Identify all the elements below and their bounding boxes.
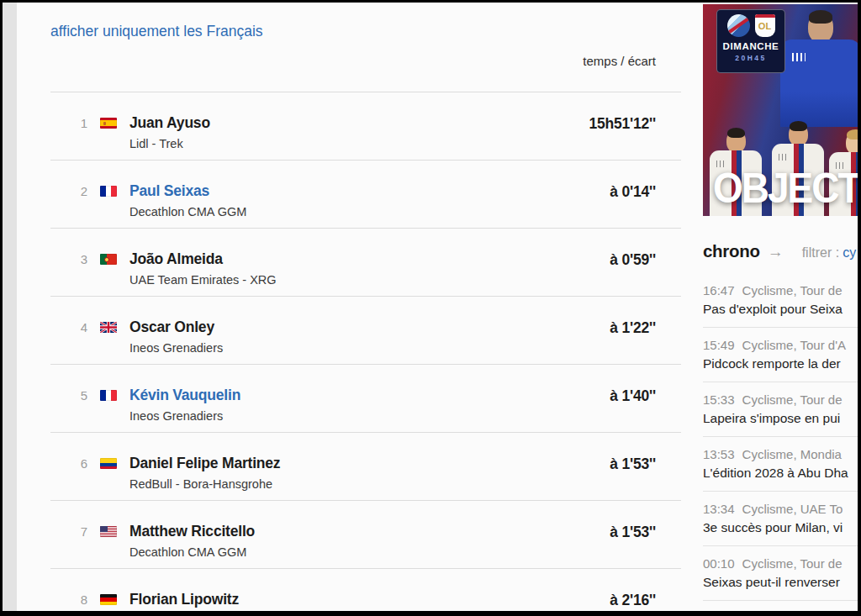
time-gap-value: à 1'40'' [610,387,681,405]
table-row: 1 Juan Ayuso Lidl - Trek 15h51'12'' [50,92,681,160]
news-title: Pidcock remporte la der [703,355,858,372]
country-flag-icon [100,526,117,537]
rider-name-link[interactable]: Florian Lipowitz [129,591,272,608]
rank-number: 8 [50,592,87,607]
table-row: 7 Matthew Riccitello Decathlon CMA GGM à… [50,500,681,568]
news-category: Cyclisme, UAE To [742,502,843,516]
news-category: Cyclisme, Tour d'A [742,338,846,352]
rider-name-link[interactable]: Daniel Felipe Martinez [129,455,280,472]
news-title: Lapeira s'impose en pui [703,409,858,427]
chrono-news-list: 16:47Cyclisme, Tour de Pas d'exploit pou… [703,273,858,611]
rank-number: 1 [50,116,87,130]
rider-team: Decathlon CMA GGM [129,545,255,559]
rider-name-link[interactable]: Kévin Vauquelin [129,387,240,404]
country-flag-icon [100,322,117,333]
match-kickoff-time: 20H45 [735,54,767,62]
news-time: 16:47 [703,283,735,297]
table-row: 6 Daniel Felipe Martinez RedBull - Bora-… [50,432,681,500]
news-category: Cyclisme, Tour de [742,556,843,571]
rider-team: Ineos Grenadiers [129,409,240,423]
rider-name-link[interactable]: João Almeida [129,250,277,268]
news-title: Pas d'exploit pour Seixa [703,300,858,318]
country-flag-icon [100,390,117,401]
rider-name-link[interactable]: Matthew Riccitello [129,523,255,540]
rider-team: Decathlon CMA GGM [129,205,246,218]
news-title: Seixas peut-il renverser [703,573,858,591]
time-gap-value: à 1'22'' [610,319,681,337]
news-time: 13:34 [703,502,735,516]
country-flag-icon [100,118,117,129]
left-scroll-gutter [3,3,17,611]
chrono-filter-link[interactable]: cy [843,245,856,261]
country-flag-icon [100,458,117,469]
table-row: 5 Kévin Vauquelin Ineos Grenadiers à 1'4… [50,364,681,432]
news-item[interactable]: 21 févr.Cyclisme, Tou [703,600,858,611]
news-item[interactable]: 00:10Cyclisme, Tour de Seixas peut-il re… [703,545,858,600]
time-gap-value: à 1'53'' [610,455,681,473]
standings-rows: 1 Juan Ayuso Lidl - Trek 15h51'12'' 2 Pa… [50,92,681,611]
rank-number: 5 [50,388,87,403]
news-item[interactable]: 16:47Cyclisme, Tour de Pas d'exploit pou… [703,273,858,327]
rider-name-link[interactable]: Paul Seixas [129,182,246,200]
strasbourg-club-logo-icon [727,14,750,37]
rank-number: 7 [50,524,87,539]
news-time: 13:53 [703,447,735,461]
news-category: Cyclisme, Tour de [742,283,843,297]
player-photo-strasbourg [780,13,858,139]
page: afficher uniquement les Français temps /… [3,3,858,611]
news-item[interactable]: 13:34Cyclisme, UAE To 3e succès pour Mil… [703,491,858,545]
match-info-badge: OL DIMANCHE 20H45 [716,9,785,73]
news-title: 3e succès pour Milan, vi [703,519,858,536]
rider-team: UAE Team Emirates - XRG [129,273,277,287]
news-category: Cyclisme, Mondia [742,447,842,461]
filter-french-link[interactable]: afficher uniquement les Français [50,23,263,40]
chrono-header: chrono → filtrer : cy [703,241,858,261]
chrono-title-link[interactable]: chrono [703,241,760,261]
table-row: 4 Oscar Onley Ineos Grenadiers à 1'22'' [50,296,681,364]
news-category: Cyclisme, Tour de [742,392,843,407]
time-gap-value: à 2'16'' [610,592,681,609]
rank-number: 6 [50,456,87,471]
news-time: 00:10 [703,556,735,571]
chrono-filter-label: filtrer : [802,245,839,261]
time-gap-column-header: temps / écart [50,54,681,68]
match-day: DIMANCHE [723,41,779,51]
table-row: 3 João Almeida UAE Team Emirates - XRG à… [50,228,681,296]
time-gap-value: 15h51'12'' [589,115,681,133]
country-flag-icon [100,254,117,265]
rank-number: 3 [50,252,87,266]
news-title: L'édition 2028 à Abu Dha [703,464,858,482]
country-flag-icon [100,594,117,605]
country-flag-icon [100,186,117,197]
rider-name-link[interactable]: Juan Ayuso [129,114,210,132]
ad-headline: OBJECTIF [713,164,858,213]
news-time: 15:49 [703,338,735,352]
arrow-right-icon: → [768,243,784,261]
rider-team: RedBull - Bora-Hansgrohe [129,477,280,491]
rider-team: Ineos Grenadiers [129,341,223,355]
rank-number: 4 [50,320,87,334]
news-item[interactable]: 13:53Cyclisme, Mondia L'édition 2028 à A… [703,436,858,491]
table-row: 8 Florian Lipowitz RedBull - Bora-Hansgr… [50,568,681,611]
news-time: 15:33 [703,392,735,407]
standings-table: afficher uniquement les Français temps /… [50,3,681,611]
lyon-club-logo-icon: OL [755,14,775,37]
match-promo-ad[interactable]: OL DIMANCHE 20H45 OBJECTIF [703,4,858,216]
rank-number: 2 [50,184,87,198]
time-gap-value: à 1'53'' [610,524,681,541]
time-gap-value: à 0'14'' [610,183,681,201]
table-row: 2 Paul Seixas Decathlon CMA GGM à 0'14'' [50,160,681,228]
rider-team: Lidl - Trek [129,137,210,150]
news-item[interactable]: 15:49Cyclisme, Tour d'A Pidcock remporte… [703,327,858,382]
rider-name-link[interactable]: Oscar Onley [129,319,223,336]
news-item[interactable]: 15:33Cyclisme, Tour de Lapeira s'impose … [703,382,858,436]
time-gap-value: à 0'59'' [610,251,681,269]
